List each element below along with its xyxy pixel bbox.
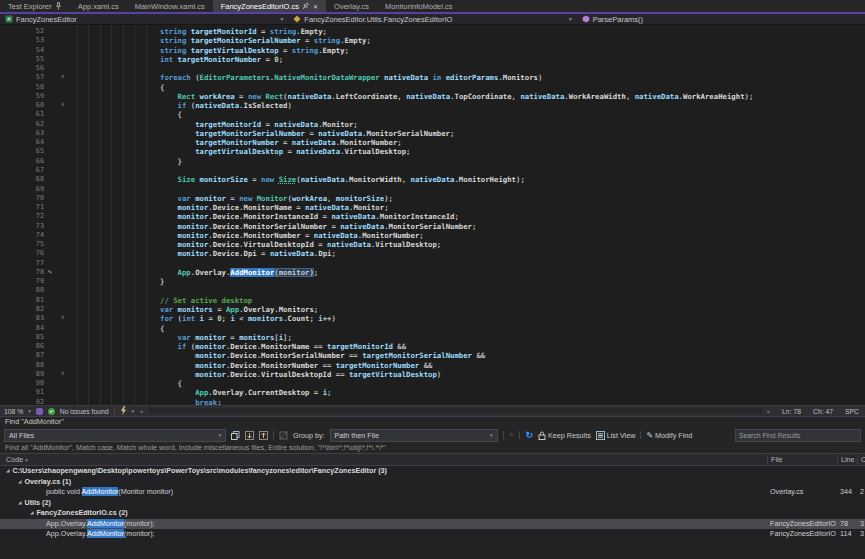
result-match-row[interactable]: App.Overlay.AddMonitor(monitor);FancyZon… bbox=[0, 519, 865, 530]
line-number: 53 bbox=[0, 36, 44, 45]
code-text: if (monitor.Device.MonitorName == target… bbox=[74, 342, 406, 351]
code-text: var monitors = App.Overlay.Monitors; bbox=[74, 305, 318, 314]
tab-label: Test Explorer bbox=[8, 2, 52, 11]
code-text: Rect workArea = new Rect(nativeData.Left… bbox=[74, 92, 753, 101]
glyph-margin bbox=[44, 175, 74, 184]
tree-expander-icon[interactable]: ◢ bbox=[18, 479, 21, 484]
result-file: FancyZonesEditorIO.cs bbox=[770, 519, 836, 530]
glyph-margin bbox=[44, 129, 74, 138]
scroll-right-icon[interactable]: ► bbox=[767, 409, 771, 414]
refresh-results-icon[interactable]: ↻ bbox=[525, 431, 533, 440]
expand-all-icon[interactable] bbox=[245, 431, 254, 440]
result-match-row[interactable]: public void AddMonitor(Monitor monitor)O… bbox=[0, 487, 865, 498]
code-text bbox=[74, 64, 160, 73]
column-header-col[interactable]: C bbox=[857, 455, 865, 464]
spaces-indicator[interactable]: SPC bbox=[845, 408, 859, 415]
zoom-level[interactable]: 108 % bbox=[4, 408, 23, 415]
group-by-combobox[interactable]: Path then File ▾ bbox=[330, 429, 498, 442]
keep-results-button[interactable]: Keep Results bbox=[538, 431, 591, 440]
fold-collapse-icon[interactable]: ∨ bbox=[61, 100, 64, 109]
column-header-file[interactable]: File bbox=[767, 455, 840, 464]
tab-Overlay.cs[interactable]: Overlay.cs bbox=[326, 0, 377, 12]
breadcrumb-member-dropdown[interactable]: ParseParams() bbox=[577, 15, 865, 24]
divider bbox=[114, 407, 115, 415]
scroll-left-icon[interactable]: ◄ bbox=[139, 409, 143, 414]
code-line-89: 89∨ monitor.Device.VirtualDesktopId == t… bbox=[0, 370, 865, 379]
tab-MonitorInfoModel.cs[interactable]: MonitorInfoModel.cs bbox=[377, 0, 461, 12]
close-icon[interactable]: ✕ bbox=[313, 3, 318, 10]
line-number: 80 bbox=[0, 286, 44, 295]
divider bbox=[273, 431, 274, 439]
chevron-down-icon[interactable]: ▾ bbox=[277, 16, 284, 22]
glyph-margin bbox=[44, 64, 74, 73]
code-text: { bbox=[74, 83, 164, 92]
search-find-results-input[interactable] bbox=[735, 429, 861, 442]
zoom-dropdown-icon[interactable]: ▾ bbox=[28, 408, 31, 414]
find-results-title: Find "AddMonitor" bbox=[0, 416, 865, 427]
fold-collapse-icon[interactable]: ∨ bbox=[61, 72, 64, 81]
modify-find-button[interactable]: ✎ Modify Find bbox=[646, 431, 692, 440]
code-text: targetVirtualDesktop = nativeData.Virtua… bbox=[74, 147, 410, 156]
result-line: 344 bbox=[840, 487, 856, 498]
result-group-row[interactable]: ◢Overlay.cs (1) bbox=[0, 477, 865, 488]
fold-collapse-icon[interactable]: ∨ bbox=[61, 369, 64, 378]
line-number: 61 bbox=[0, 110, 44, 119]
scope-combobox[interactable]: All Files ▾ bbox=[4, 429, 226, 442]
document-health-icon[interactable] bbox=[36, 408, 43, 415]
result-match-row[interactable]: App.Overlay.AddMonitor(monitor);FancyZon… bbox=[0, 529, 865, 540]
code-line-59: 59 Rect workArea = new Rect(nativeData.L… bbox=[0, 92, 865, 101]
code-line-82: 82var monitors = App.Overlay.Monitors; bbox=[0, 305, 865, 314]
group-label: FancyZonesEditorIO.cs (2) bbox=[36, 508, 127, 517]
line-number: 64 bbox=[0, 138, 44, 147]
pin-icon[interactable] bbox=[55, 2, 62, 10]
code-editor[interactable]: 52string targetMonitorId = string.Empty;… bbox=[0, 25, 865, 405]
result-group-row[interactable]: ◢FancyZonesEditorIO.cs (2) bbox=[0, 508, 865, 519]
chevron-down-icon[interactable]: ▾ bbox=[565, 16, 572, 22]
glyph-margin bbox=[44, 259, 74, 268]
breadcrumb-type-dropdown[interactable]: FancyZonesEditor.Utils.FancyZonesEditorI… bbox=[288, 15, 576, 24]
code-line-60: 60∨ if (nativeData.IsSelected) bbox=[0, 101, 865, 110]
pencil-icon: ✎ bbox=[646, 431, 653, 440]
visual-studio-window: Test ExplorerApp.xaml.csMainWindow.xaml.… bbox=[0, 0, 865, 559]
code-text bbox=[74, 166, 160, 175]
copy-results-icon[interactable] bbox=[231, 431, 240, 440]
group-label: C:\Users\zhaopengwang\Desktop\powertoys\… bbox=[12, 466, 387, 475]
tree-expander-icon[interactable]: ◢ bbox=[6, 468, 9, 473]
result-group-row[interactable]: ◢C:\Users\zhaopengwang\Desktop\powertoys… bbox=[0, 466, 865, 477]
tree-expander-icon[interactable]: ◢ bbox=[18, 500, 21, 505]
code-line-55: 55int targetMonitorNumber = 0; bbox=[0, 55, 865, 64]
pin-icon[interactable] bbox=[302, 2, 309, 10]
issues-status[interactable]: No issues found bbox=[60, 408, 109, 415]
tab-App.xaml.cs[interactable]: App.xaml.cs bbox=[70, 0, 127, 12]
collapse-all-icon[interactable] bbox=[259, 431, 268, 440]
horizontal-scrollbar[interactable] bbox=[149, 408, 762, 414]
lock-icon bbox=[538, 431, 546, 440]
breadcrumb-project-dropdown[interactable]: # FancyZonesEditor ▾ bbox=[0, 15, 288, 24]
fold-collapse-icon[interactable]: ∨ bbox=[61, 313, 64, 322]
tab-FancyZonesEditorIO.cs[interactable]: FancyZonesEditorIO.cs✕ bbox=[213, 0, 326, 12]
result-text: public void AddMonitor(Monitor monitor) bbox=[0, 487, 765, 498]
tab-Test Explorer[interactable]: Test Explorer bbox=[0, 0, 70, 12]
code-line-67: 67 bbox=[0, 166, 865, 175]
cursor-line-indicator[interactable]: Ln: 78 bbox=[782, 408, 801, 415]
line-number: 91 bbox=[0, 388, 44, 397]
find-summary: Find all "AddMonitor", Match case, Match… bbox=[0, 443, 865, 453]
code-cleanup-icon[interactable] bbox=[120, 406, 127, 416]
cursor-column-indicator[interactable]: Ch: 47 bbox=[813, 408, 833, 415]
result-group-row[interactable]: ◢Utils (2) bbox=[0, 498, 865, 509]
code-text: if (nativeData.IsSelected) bbox=[74, 101, 292, 110]
code-text: break; bbox=[74, 398, 222, 405]
tree-expander-icon[interactable]: ◢ bbox=[30, 510, 33, 515]
line-number: 71 bbox=[0, 203, 44, 212]
code-line-52: 52string targetMonitorId = string.Empty; bbox=[0, 27, 865, 36]
line-number: 76 bbox=[0, 249, 44, 258]
tab-MainWindow.xaml.cs[interactable]: MainWindow.xaml.cs bbox=[127, 0, 213, 12]
line-number: 83 bbox=[0, 314, 44, 323]
list-view-button[interactable]: List View bbox=[596, 431, 636, 440]
code-text: var monitor = monitors[i]; bbox=[74, 333, 292, 342]
result-line: 78 bbox=[840, 519, 856, 530]
code-cleanup-dropdown-icon[interactable]: ▾ bbox=[132, 408, 135, 414]
tab-label: App.xaml.cs bbox=[78, 2, 119, 11]
column-header-code[interactable]: Code ▾ bbox=[6, 455, 28, 464]
chevron-down-icon: ▾ bbox=[214, 432, 221, 438]
